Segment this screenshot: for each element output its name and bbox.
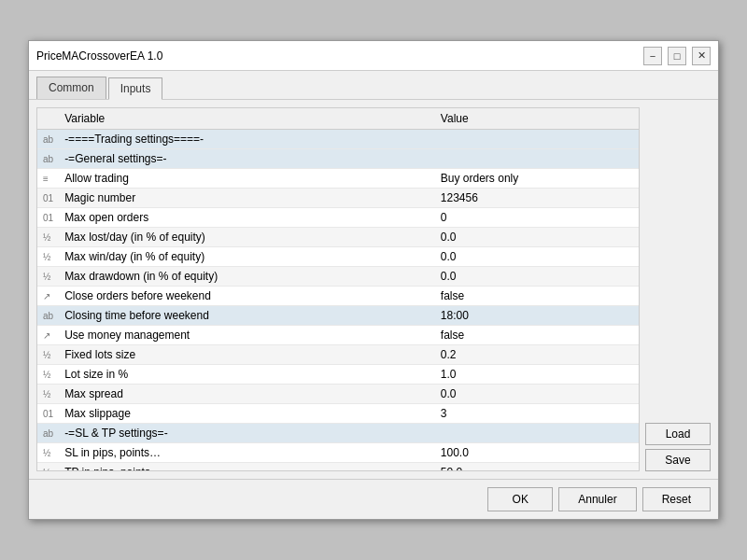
tab-inputs[interactable]: Inputs [108,77,163,100]
row-value[interactable]: 18:00 [435,306,639,326]
row-variable: Lot size in % [59,365,435,385]
table-row[interactable]: ½Fixed lots size0.2 [37,345,639,365]
table-row[interactable]: ½SL in pips, points…100.0 [37,443,639,463]
table-row[interactable]: ↗Close orders before weekendfalse [37,287,639,306]
table-row[interactable]: ab-=SL & TP settings=- [37,424,639,443]
row-icon: 01 [37,404,59,424]
row-variable: Allow trading [59,169,435,189]
params-table: Variable Value ab-====Trading settings==… [37,108,639,471]
row-variable: Max spread [59,385,435,404]
table-row[interactable]: ab-=General settings=- [37,149,639,169]
row-icon: ↗ [37,326,59,345]
row-value[interactable]: false [435,287,639,306]
main-window: PriceMACrossoverEA 1.0 − □ ✕ Common Inpu… [28,40,719,520]
title-bar-controls: − □ ✕ [643,47,711,65]
row-variable: -====Trading settings====- [59,130,435,149]
row-variable: Max open orders [59,208,435,228]
table-row[interactable]: ≡Allow tradingBuy orders only [37,169,639,189]
row-value[interactable] [435,424,639,443]
table-row[interactable]: ½Lot size in %1.0 [37,365,639,385]
row-value[interactable] [435,149,639,169]
table-row[interactable]: ↗Use money managementfalse [37,326,639,345]
row-value[interactable]: Buy orders only [435,169,639,189]
row-variable: Fixed lots size [59,345,435,365]
row-value[interactable]: 0.0 [435,247,639,267]
row-variable: -=SL & TP settings=- [59,424,435,443]
row-value[interactable]: 0.0 [435,385,639,404]
row-value[interactable]: 0 [435,208,639,228]
side-button-panel: Load Save [645,107,711,471]
row-variable: -=General settings=- [59,149,435,169]
col-icon-header [37,108,59,130]
row-icon: ab [37,424,59,443]
row-value[interactable]: 100.0 [435,443,639,463]
row-value[interactable]: 3 [435,404,639,424]
bottom-bar: OK Annuler Reset [29,479,718,519]
table-row[interactable]: ½Max spread0.0 [37,385,639,404]
table-row[interactable]: ½Max win/day (in % of equity)0.0 [37,247,639,267]
table-row[interactable]: ½TP in pips, points…50.0 [37,463,639,472]
row-icon: ½ [37,443,59,463]
row-value[interactable]: 0.2 [435,345,639,365]
ok-button[interactable]: OK [487,487,553,511]
table-row[interactable]: ½Max lost/day (in % of equity)0.0 [37,228,639,247]
params-table-container[interactable]: Variable Value ab-====Trading settings==… [36,107,640,471]
row-icon: 01 [37,189,59,208]
cancel-button[interactable]: Annuler [558,487,636,511]
row-icon: ab [37,149,59,169]
row-icon: ½ [37,463,59,472]
row-value[interactable]: 123456 [435,189,639,208]
row-value[interactable]: false [435,326,639,345]
row-variable: Max slippage [59,404,435,424]
row-icon: ½ [37,247,59,267]
row-icon: ½ [37,385,59,404]
row-icon: ½ [37,365,59,385]
row-variable: Use money management [59,326,435,345]
table-row[interactable]: ab-====Trading settings====- [37,130,639,149]
table-row[interactable]: abClosing time before weekend18:00 [37,306,639,326]
row-icon: ab [37,130,59,149]
col-value-header: Value [435,108,639,130]
maximize-button[interactable]: □ [668,47,686,65]
row-icon: 01 [37,208,59,228]
row-icon: ½ [37,228,59,247]
window-title: PriceMACrossoverEA 1.0 [36,49,162,63]
tab-bar: Common Inputs [29,71,718,100]
title-bar: PriceMACrossoverEA 1.0 − □ ✕ [29,41,718,71]
reset-button[interactable]: Reset [642,487,711,511]
load-button[interactable]: Load [645,423,711,445]
col-variable-header: Variable [59,108,435,130]
row-variable: TP in pips, points… [59,463,435,472]
row-variable: Max win/day (in % of equity) [59,247,435,267]
row-variable: Close orders before weekend [59,287,435,306]
row-icon: ½ [37,267,59,287]
minimize-button[interactable]: − [643,47,662,65]
table-row[interactable]: 01Max open orders0 [37,208,639,228]
row-value[interactable]: 1.0 [435,365,639,385]
row-value[interactable]: 0.0 [435,228,639,247]
row-variable: Max lost/day (in % of equity) [59,228,435,247]
table-row[interactable]: ½Max drawdown (in % of equity)0.0 [37,267,639,287]
table-row[interactable]: 01Magic number123456 [37,189,639,208]
tab-common[interactable]: Common [36,77,106,99]
row-variable: Closing time before weekend [59,306,435,326]
row-variable: Magic number [59,189,435,208]
row-value[interactable]: 50.0 [435,463,639,472]
save-button[interactable]: Save [645,449,711,471]
close-button[interactable]: ✕ [692,47,711,65]
row-variable: Max drawdown (in % of equity) [59,267,435,287]
row-icon: ↗ [37,287,59,306]
table-row[interactable]: 01Max slippage3 [37,404,639,424]
row-icon: ab [37,306,59,326]
row-value[interactable]: 0.0 [435,267,639,287]
row-variable: SL in pips, points… [59,443,435,463]
content-area: Variable Value ab-====Trading settings==… [29,100,718,479]
row-value[interactable] [435,130,639,149]
row-icon: ≡ [37,169,59,189]
row-icon: ½ [37,345,59,365]
